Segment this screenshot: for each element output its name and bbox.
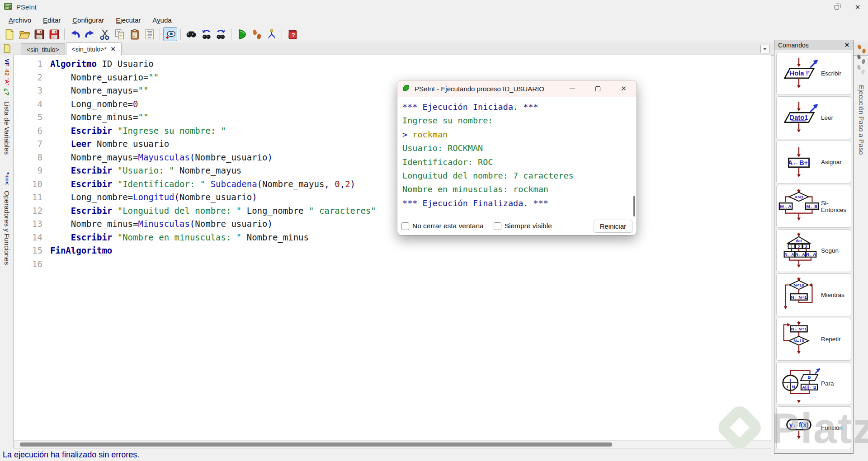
funcion-flowchart-icon: y←f(x) [777, 408, 821, 448]
execution-dialog-footer: No cerrar esta ventanaSiempre visibleRei… [397, 217, 637, 235]
pseint-window: PSeInt ✕ ArchivoEditarConfigurarEjecutar… [0, 0, 868, 461]
commands-panel: Comandos ✕ 'Hola !'EscribirDato1LeerA←B+… [774, 40, 854, 454]
code-text: Nombre_usuario="" [50, 71, 159, 85]
checkbox-siemprevisible[interactable]: Siempre visible [494, 222, 552, 230]
para-flowchart-icon: j1NBA[i]←B [777, 364, 821, 404]
dialog-close-button[interactable]: ✕ [611, 80, 637, 97]
find-previous-icon[interactable] [199, 27, 213, 41]
svg-text:A←B+i: A←B+i [788, 159, 810, 166]
asignar-flowchart-icon: A←B+i [777, 142, 821, 182]
new-file-icon[interactable] [2, 27, 16, 41]
dialog-minimize-button[interactable] [559, 80, 585, 97]
cut-icon[interactable] [98, 27, 112, 41]
menu-editar[interactable]: Editar [37, 15, 66, 25]
find-icon[interactable] [184, 27, 198, 41]
menu-ayuda[interactable]: Ayuda [146, 15, 177, 25]
console-scrollbar-thumb[interactable] [633, 196, 635, 216]
redo-icon[interactable] [83, 27, 97, 41]
sidebar-tab-listadevariables[interactable]: VF42'A'¿?Lista de Variables [3, 57, 11, 159]
svg-text:N←A: N←A [784, 252, 794, 257]
code-text: Long_nombre=Longitud(Nombre_usuario) [50, 191, 257, 204]
console-line-output: Nombre en minusculas: rockman [402, 183, 632, 196]
commands-panel-close-icon[interactable]: ✕ [844, 42, 849, 48]
line-number: 4 [14, 98, 50, 111]
command-card-segun[interactable]: dat123N←AN←AN←ASegún [776, 229, 851, 272]
variables-icon: ¿? [4, 88, 10, 95]
tab-close-icon[interactable]: ✕ [111, 46, 116, 52]
window-close-button[interactable]: ✕ [847, 0, 868, 14]
console-line-output: Longuitud del nombre: 7 caracteres [402, 169, 632, 183]
code-editor[interactable]: 1Algoritmo ID_Usuario2 Nombre_usuario=""… [14, 55, 771, 448]
draw-flowchart-icon[interactable] [264, 27, 278, 41]
find-next-icon[interactable] [214, 27, 228, 41]
menu-bar: ArchivoEditarConfigurarEjecutarAyuda [0, 14, 868, 26]
save-all-icon[interactable] [47, 27, 61, 41]
dialog-maximize-button[interactable] [585, 80, 611, 97]
minimize-icon [813, 7, 819, 7]
svg-text:3: 3 [805, 244, 807, 249]
code-text: FinAlgoritmo [50, 244, 112, 258]
command-card-escribir[interactable]: 'Hola !'Escribir [776, 52, 851, 95]
checkbox-nocerrarestaventana[interactable]: No cerrar esta ventana [401, 222, 484, 230]
toolbar-separator [160, 28, 160, 40]
svg-text:1: 1 [786, 384, 789, 389]
execution-dialog-titlebar[interactable]: PSeInt - Ejecutando proceso ID_USUARIO ✕ [397, 80, 637, 97]
command-card-para[interactable]: j1NBA[i]←BPara [776, 362, 851, 405]
svg-text:1: 1 [790, 244, 793, 249]
tab-label: <sin_titulo>* [72, 46, 107, 53]
sidebar-tab-operadoresyfunciones[interactable]: *+=<Operadores y Funciones [3, 171, 11, 269]
editor-horizontal-scrollbar[interactable] [14, 440, 771, 448]
execution-console[interactable]: *** Ejecución Iniciada. ***Ingrese su no… [397, 97, 637, 217]
right-panel-tab[interactable]: Ejecución Paso a Paso [854, 40, 868, 461]
operators-icon: *+=< [4, 172, 10, 185]
repetir-flowchart-icon: N←N+1N=10 [777, 320, 821, 359]
commands-list: 'Hola !'EscribirDato1LeerA←B+iAsignarA>B… [774, 50, 853, 451]
checkbox-icon[interactable] [494, 222, 501, 230]
help-icon[interactable]: ? [285, 27, 299, 41]
code-line: 9 Escribir "Usuario: " Nombre_mayus [14, 164, 771, 178]
window-restore-button[interactable] [826, 0, 847, 14]
command-card-asignar[interactable]: A←B+iAsignar [776, 141, 851, 183]
window-minimize-button[interactable] [806, 0, 826, 14]
line-number: 5 [14, 111, 50, 124]
restart-button[interactable]: Reiniciar [594, 220, 632, 233]
tab-label: <sin_titulo> [27, 46, 59, 53]
command-card-leer[interactable]: Dato1Leer [776, 96, 851, 139]
command-card-repetir[interactable]: N←N+1N=10Repetir [776, 318, 851, 361]
code-line: 12 Escribir "Longuitud del nombre: " Lon… [14, 204, 771, 218]
svg-text:N←N+1: N←N+1 [791, 294, 807, 299]
command-card-sientonces[interactable]: A>BM←AM←BSi-Entonces [776, 185, 851, 228]
paste-icon[interactable] [127, 27, 142, 41]
code-line: 2 Nombre_usuario="" [14, 71, 771, 85]
tab-list-dropdown[interactable] [760, 45, 769, 53]
editor-tab-1[interactable]: <sin_titulo> [21, 43, 65, 55]
menu-archivo[interactable]: Archivo [3, 15, 37, 25]
svg-text:2: 2 [798, 244, 800, 249]
menu-ejecutar[interactable]: Ejecutar [110, 15, 146, 25]
console-user-input: rockman [412, 130, 448, 139]
auto-indent-icon[interactable] [142, 27, 156, 41]
command-label: Escribir [821, 70, 843, 77]
console-prompt: > [402, 130, 412, 139]
command-card-mientras[interactable]: N<10N←N+1Mientras [776, 273, 851, 316]
checkbox-icon[interactable] [401, 222, 409, 230]
console-line-output: Ingrese su nombre: [402, 114, 632, 127]
code-area[interactable]: 1Algoritmo ID_Usuario2 Nombre_usuario=""… [14, 55, 771, 440]
command-label: Mientras [821, 292, 846, 298]
line-number: 3 [14, 84, 50, 98]
run-icon[interactable] [235, 27, 249, 41]
editor-tab-2[interactable]: <sin_titulo>*✕ [66, 42, 122, 55]
code-text: Nombre_minus=Minusculas(Nombre_usuario) [50, 217, 273, 231]
restore-icon [835, 5, 839, 9]
svg-text:N←A: N←A [795, 252, 805, 257]
save-file-icon[interactable] [32, 27, 46, 41]
command-card-funcion[interactable]: y←f(x)Función [776, 406, 851, 449]
copy-icon[interactable] [113, 27, 127, 41]
svg-text:Dato1: Dato1 [790, 113, 808, 121]
undo-icon[interactable] [68, 27, 82, 41]
open-file-icon[interactable] [17, 27, 31, 41]
menu-configurar[interactable]: Configurar [66, 15, 110, 25]
syntax-highlight-icon[interactable] [163, 27, 177, 41]
run-step-by-step-icon[interactable] [250, 27, 264, 41]
scrollbar-thumb[interactable] [20, 442, 612, 447]
